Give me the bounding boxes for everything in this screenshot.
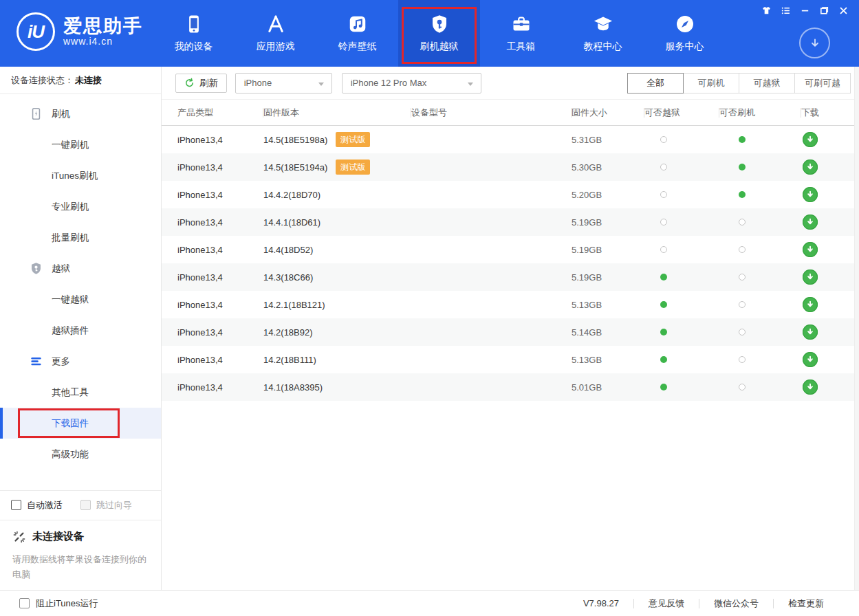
filter-button-3[interactable]: 可越狱 [739, 73, 795, 94]
statusbar-link-1[interactable]: 意见反馈 [634, 597, 699, 610]
download-button[interactable] [803, 352, 818, 367]
firmware-version-cell: 14.5(18E5194a) 测试版 [263, 153, 411, 181]
table-row[interactable]: iPhone13,4 14.3(18C66) 5.19GB [162, 263, 859, 291]
col-firmware-version: 固件版本 [263, 100, 411, 125]
sidebar-item-11[interactable]: 下载固件 [0, 408, 161, 439]
sidebar-item-10[interactable]: 其他工具 [0, 377, 161, 408]
app-version: V7.98.27 [569, 598, 633, 608]
more-icon [29, 355, 43, 368]
filter-button-4[interactable]: 可刷可越 [794, 73, 851, 94]
device-model-cell [411, 126, 572, 153]
download-button[interactable] [803, 324, 818, 340]
table-row[interactable]: iPhone13,4 14.4.2(18D70) 5.20GB [162, 181, 859, 208]
table-row[interactable]: iPhone13,4 14.2.1(18B121) 5.13GB [162, 291, 859, 318]
flashable-indicator [719, 318, 801, 346]
download-button[interactable] [803, 187, 818, 202]
table-row[interactable]: iPhone13,4 14.2(18B92) 5.14GB [162, 318, 859, 346]
app-url: www.i4.cn [63, 36, 143, 47]
nav-tab-5[interactable]: 工具箱 [480, 0, 562, 67]
flashable-indicator [719, 236, 801, 263]
flashable-indicator [719, 263, 801, 291]
firmware-panel: 刷新 iPhone iPhone 12 Pro Max 全部可刷机可越狱可刷可越… [162, 67, 859, 590]
minimize-button[interactable] [798, 4, 811, 16]
device-model-cell [411, 153, 572, 181]
vertical-scrollbar[interactable] [854, 67, 859, 590]
beta-badge: 测试版 [336, 160, 370, 175]
sidebar-item-7[interactable]: 一键越狱 [0, 284, 161, 315]
skip-wizard-checkbox[interactable]: 跳过向导 [80, 499, 132, 512]
shieldkey-icon [429, 14, 450, 34]
sidebar-item-3[interactable]: iTunes刷机 [0, 160, 161, 191]
download-button[interactable] [803, 270, 818, 285]
statusbar-link-3[interactable]: 检查更新 [774, 597, 838, 610]
download-button[interactable] [803, 297, 818, 312]
flashable-indicator [719, 126, 801, 153]
nav-tab-4[interactable]: 刷机越狱 [398, 0, 480, 67]
sidebar-item-4[interactable]: 专业刷机 [0, 191, 161, 222]
refresh-button[interactable]: 刷新 [175, 74, 227, 93]
nav-tab-3[interactable]: 铃声壁纸 [316, 0, 398, 67]
sidebar-item-12[interactable]: 高级功能 [0, 439, 161, 470]
firmware-size-cell: 5.19GB [572, 208, 644, 236]
jailbreakable-indicator [644, 153, 719, 181]
filter-button-2[interactable]: 可刷机 [683, 73, 739, 94]
sidebar-item-8[interactable]: 越狱插件 [0, 315, 161, 346]
nav-tab-7[interactable]: 服务中心 [644, 0, 726, 67]
download-icon [806, 190, 814, 199]
download-button[interactable] [803, 214, 818, 230]
table-row[interactable]: iPhone13,4 14.1(18A8395) 5.01GB [162, 373, 859, 401]
sidebar-item-9[interactable]: 更多 [0, 346, 161, 377]
product-type-cell: iPhone13,4 [162, 318, 263, 346]
download-icon [806, 163, 814, 171]
device-model-cell [411, 181, 572, 208]
sidebar-item-2[interactable]: 一键刷机 [0, 129, 161, 160]
firmware-version-cell: 14.4.2(18D70) [263, 181, 411, 208]
device-type-select[interactable]: iPhone [235, 73, 332, 94]
close-button[interactable] [837, 4, 849, 16]
graduation-icon [593, 14, 613, 34]
compass-icon [675, 14, 695, 34]
download-icon [806, 135, 814, 144]
table-row[interactable]: iPhone13,4 14.5(18E5194a) 测试版 5.30GB [162, 153, 859, 181]
firmware-size-cell: 5.01GB [572, 373, 644, 401]
table-row[interactable]: iPhone13,4 14.2(18B111) 5.13GB [162, 346, 859, 373]
device-model-cell [411, 236, 572, 263]
app-logo: iU 爱思助手 www.i4.cn [17, 12, 143, 51]
table-row[interactable]: iPhone13,4 14.4.1(18D61) 5.19GB [162, 208, 859, 236]
download-button[interactable] [803, 380, 818, 395]
download-button[interactable] [803, 160, 818, 175]
nav-tab-6[interactable]: 教程中心 [562, 0, 644, 67]
product-type-cell: iPhone13,4 [162, 126, 263, 153]
table-row[interactable]: iPhone13,4 14.5(18E5198a) 测试版 5.31GB [162, 126, 859, 153]
sidebar-item-6[interactable]: 越狱 [0, 253, 161, 284]
device-status-description: 请用数据线将苹果设备连接到你的电脑 [12, 552, 153, 584]
device-model-select[interactable]: iPhone 12 Pro Max [342, 73, 481, 94]
download-button[interactable] [803, 132, 818, 147]
firmware-size-cell: 5.13GB [572, 346, 644, 373]
nav-tab-2[interactable]: 应用游戏 [235, 0, 316, 67]
jailbreak-icon [29, 262, 43, 276]
filter-button-1[interactable]: 全部 [627, 73, 684, 94]
product-type-cell: iPhone13,4 [162, 208, 263, 236]
download-button[interactable] [803, 242, 818, 257]
download-manager-button[interactable] [799, 28, 830, 58]
broken-link-icon [12, 530, 26, 544]
firmware-version-cell: 14.4.1(18D61) [263, 208, 411, 236]
theme-button[interactable] [760, 4, 772, 16]
product-type-cell: iPhone13,4 [162, 263, 263, 291]
product-type-cell: iPhone13,4 [162, 373, 263, 401]
sidebar-item-5[interactable]: 批量刷机 [0, 222, 161, 253]
block-itunes-checkbox[interactable]: 阻止iTunes运行 [19, 597, 98, 610]
auto-activate-checkbox[interactable]: 自动激活 [11, 499, 63, 512]
nav-tab-1[interactable]: 我的设备 [153, 0, 235, 67]
firmware-version-cell: 14.5(18E5198a) 测试版 [263, 126, 411, 153]
main-nav: 我的设备 应用游戏 铃声壁纸 刷机越狱 工具箱 教程中心 服务中心 [153, 0, 726, 67]
statusbar-link-2[interactable]: 微信公众号 [699, 597, 773, 610]
statusbar-links: V7.98.27 意见反馈微信公众号检查更新 [569, 597, 838, 610]
firmware-size-cell: 5.19GB [572, 263, 644, 291]
list-button[interactable] [779, 4, 792, 16]
table-row[interactable]: iPhone13,4 14.4(18D52) 5.19GB [162, 236, 859, 263]
appstore-icon [265, 14, 286, 34]
maximize-button[interactable] [818, 4, 830, 16]
sidebar-item-1[interactable]: 刷机 [0, 98, 161, 129]
